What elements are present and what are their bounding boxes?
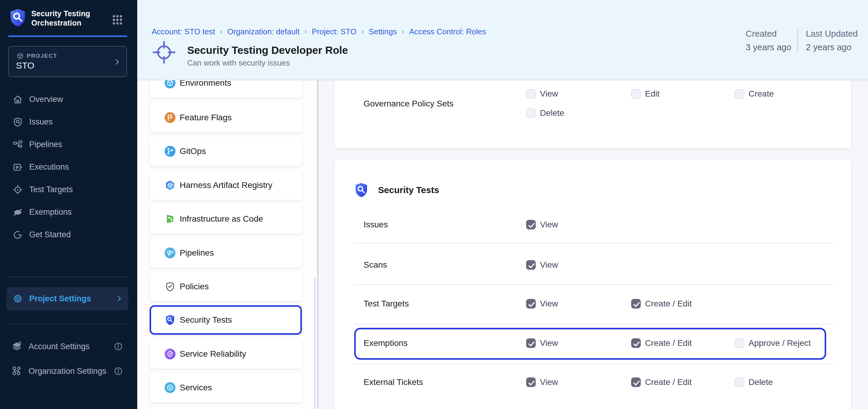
main-area: Account: STO test › Organization: defaul… — [137, 0, 868, 409]
module-card-feature-flags[interactable]: Feature Flags — [150, 103, 302, 132]
sidebar-item-label: Exemptions — [29, 207, 72, 217]
feature-flags-icon — [165, 112, 176, 123]
sidebar-item-label: Overview — [29, 95, 63, 104]
checkbox-view[interactable] — [526, 299, 536, 309]
chevron-right-icon — [116, 295, 123, 303]
module-card-pipelines[interactable]: Pipelines — [150, 238, 302, 268]
project-selector[interactable]: PROJECT STO — [8, 46, 127, 77]
checkbox-delete[interactable] — [735, 377, 744, 387]
checkbox-view[interactable] — [526, 89, 536, 99]
info-icon[interactable] — [114, 342, 123, 351]
permission-delete: Delete — [526, 108, 564, 118]
target-icon — [12, 184, 23, 195]
layers-gear-icon — [11, 341, 22, 353]
play-square-icon — [12, 162, 23, 173]
permission-view: View — [526, 299, 558, 309]
module-card-policies[interactable]: Policies — [150, 272, 302, 301]
checkbox-create-edit[interactable] — [631, 299, 641, 309]
module-card-gitops[interactable]: GitOps — [150, 137, 302, 166]
module-card-harness-artifact-registry[interactable]: Harness Artifact Registry — [150, 171, 302, 200]
module-card-security-tests[interactable]: Security Tests — [150, 305, 302, 335]
checkbox-view[interactable] — [526, 377, 536, 387]
checkbox-view[interactable] — [526, 220, 536, 230]
sidebar: Security Testing Orchestration PROJECT S… — [0, 0, 137, 409]
sidebar-item-label: Issues — [29, 117, 53, 127]
page-subtitle: Can work with security issues — [187, 58, 290, 68]
chevron-separator-icon: › — [220, 27, 223, 36]
permission-row-label: Test Targets — [364, 298, 409, 309]
checkbox-create-edit[interactable] — [631, 338, 641, 348]
sidebar-item-organization-settings[interactable]: Organization Settings — [0, 360, 137, 382]
permission-row-label: Issues — [364, 219, 388, 230]
checkbox-label: Create / Edit — [645, 299, 692, 309]
project-name: STO — [16, 61, 34, 71]
panel-divider — [317, 80, 318, 409]
breadcrumb-account[interactable]: Account: STO test — [152, 27, 215, 36]
permission-view: View — [526, 260, 558, 270]
checkbox-approve-reject[interactable] — [735, 338, 744, 348]
sidebar-item-overview[interactable]: Overview — [0, 88, 137, 111]
permission-row-label: Scans — [364, 260, 387, 270]
checkbox-view[interactable] — [526, 338, 536, 348]
module-grid-icon[interactable] — [111, 14, 123, 26]
get-started-icon — [12, 230, 23, 240]
infrastructure-as-code-icon — [165, 213, 176, 224]
sidebar-item-issues[interactable]: Issues — [0, 111, 137, 133]
info-icon[interactable] — [114, 367, 123, 376]
project-cube-icon — [17, 52, 24, 60]
module-card-infrastructure-as-code[interactable]: Infrastructure as Code — [150, 204, 302, 234]
sidebar-item-account-settings[interactable]: Account Settings — [0, 335, 137, 358]
checkbox-label: View — [540, 89, 558, 99]
services-icon — [165, 382, 176, 393]
module-card-service-reliability[interactable]: Service Reliability — [150, 339, 302, 369]
sidebar-item-label: Project Settings — [29, 294, 91, 303]
checkbox-label: Create / Edit — [645, 377, 692, 387]
permission-view: View — [526, 377, 558, 387]
checkbox-edit[interactable] — [631, 89, 641, 99]
checkbox-view[interactable] — [526, 260, 536, 270]
breadcrumb-organization[interactable]: Organization: default — [227, 27, 300, 36]
security-tests-card: Security Tests Issues View Scans View Te… — [335, 160, 851, 409]
section-title: Security Tests — [378, 185, 439, 195]
gear-icon — [13, 294, 23, 305]
module-card-environments[interactable]: Environments — [150, 80, 302, 98]
sidebar-divider — [7, 324, 128, 325]
module-card-partial — [150, 407, 302, 409]
governance-policy-sets-card: Governance Policy Sets View Edit Create … — [335, 80, 851, 148]
permission-edit: Edit — [631, 89, 659, 99]
checkbox-label: View — [540, 377, 558, 387]
permission-view: View — [526, 338, 558, 348]
module-label: Pipelines — [180, 248, 214, 258]
security-tests-icon — [354, 182, 368, 198]
permission-approve-reject: Approve / Reject — [735, 338, 811, 348]
chevron-right-icon — [113, 58, 121, 66]
checkbox-create-edit[interactable] — [631, 377, 641, 387]
breadcrumb-settings[interactable]: Settings — [369, 27, 397, 36]
breadcrumb-project[interactable]: Project: STO — [312, 27, 356, 36]
created-value: 3 years ago — [745, 42, 797, 52]
module-label: Policies — [180, 282, 209, 292]
sidebar-item-get-started[interactable]: Get Started — [0, 224, 137, 246]
checkbox-label: View — [540, 260, 558, 270]
eye-off-icon — [12, 207, 23, 218]
sidebar-item-pipelines[interactable]: Pipelines — [0, 133, 137, 156]
sidebar-item-executions[interactable]: Executions — [0, 156, 137, 178]
sidebar-item-label: Pipelines — [29, 140, 62, 149]
breadcrumb: Account: STO test › Organization: defaul… — [152, 27, 486, 36]
app-shield-icon — [9, 8, 27, 27]
security-tests-icon — [165, 314, 176, 326]
sidebar-item-label: Account Settings — [29, 342, 90, 351]
checkbox-delete[interactable] — [526, 108, 536, 118]
gitops-icon — [165, 146, 176, 157]
module-card-services[interactable]: Services — [150, 373, 302, 402]
checkbox-create[interactable] — [735, 89, 744, 99]
sidebar-item-test-targets[interactable]: Test Targets — [0, 178, 137, 201]
breadcrumb-access-control-roles[interactable]: Access Control: Roles — [409, 27, 486, 36]
last-updated-value: 2 years ago — [806, 42, 858, 52]
module-list-scrollbar[interactable] — [314, 277, 316, 409]
pipelines-icon — [165, 247, 176, 258]
app-logo-row: Security Testing Orchestration — [7, 7, 131, 34]
role-meta: Created 3 years ago Last Updated 2 years… — [745, 29, 858, 52]
sidebar-item-project-settings[interactable]: Project Settings — [7, 287, 128, 310]
sidebar-item-exemptions[interactable]: Exemptions — [0, 201, 137, 224]
